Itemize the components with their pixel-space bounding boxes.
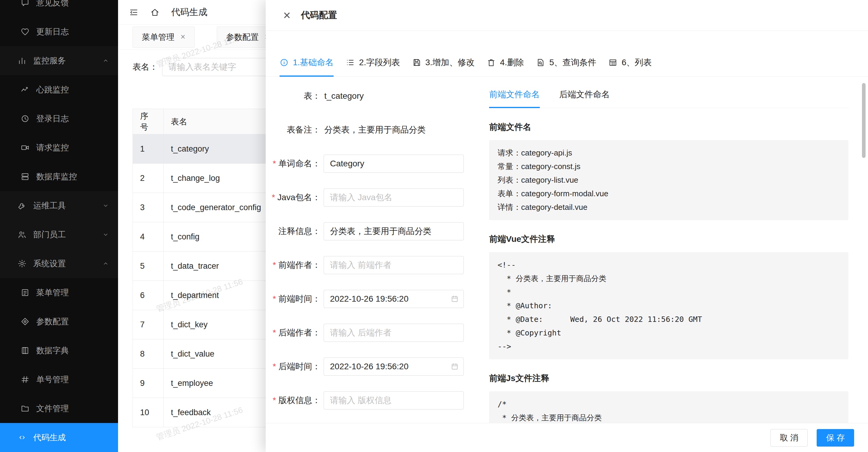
naming-form: 表： t_category 表备注： 分类表，主要用于商品分类 单词命名： Ja… <box>266 77 477 423</box>
sidebar-item-label: 登录日志 <box>36 113 69 124</box>
tab-label: 菜单管理 <box>142 32 175 42</box>
trash-icon <box>487 58 496 67</box>
file-naming-tabs: 前端文件命名 后端文件命名 <box>489 77 848 108</box>
form-field-word-name: 单词命名： <box>266 155 477 173</box>
remark-value: 分类表，主要用于商品分类 <box>324 124 426 135</box>
sidebar-item-label: 请求监控 <box>36 142 69 153</box>
menu-fold-icon[interactable] <box>129 7 138 17</box>
sidebar-item-request-monitor[interactable]: 请求监控 <box>0 133 118 162</box>
sidebar-item-system-settings[interactable]: 系统设置 <box>0 249 118 278</box>
row-index: 3 <box>133 193 164 222</box>
sidebar-item-file-management[interactable]: 文件管理 <box>0 394 118 423</box>
step-label: 2.字段列表 <box>359 57 400 68</box>
form-field-frontend-time: 前端时间： <box>266 290 477 308</box>
sidebar-item-param-config[interactable]: 参数配置 <box>0 307 118 336</box>
close-icon[interactable]: × <box>283 9 291 22</box>
sidebar-item-label: 心跳监控 <box>36 84 69 95</box>
cancel-button[interactable]: 取 消 <box>771 429 808 447</box>
step-label: 5、查询条件 <box>549 57 596 68</box>
section-title-vue-comment: 前端Vue文件注释 <box>489 233 848 245</box>
sidebar-item-changelog[interactable]: 更新日志 <box>0 17 118 46</box>
backend-time-input[interactable] <box>324 358 464 375</box>
tab-close-icon[interactable]: × <box>181 33 185 41</box>
comment-input[interactable] <box>324 222 464 240</box>
diamond-icon <box>21 317 30 326</box>
tab-label: 参数配置 <box>226 32 259 42</box>
word-name-input[interactable] <box>324 155 464 173</box>
chevron-up-icon <box>102 260 109 267</box>
sidebar-item-label: 运维工具 <box>33 200 66 211</box>
profile-icon <box>21 288 30 297</box>
sidebar-item-order-number[interactable]: 单号管理 <box>0 365 118 394</box>
step-delete[interactable]: 4.删除 <box>487 57 524 77</box>
form-row-remark: 表备注： 分类表，主要用于商品分类 <box>266 121 477 139</box>
sidebar-item-data-dictionary[interactable]: 数据字典 <box>0 336 118 365</box>
form-field-java-package: Java包名： <box>266 188 477 207</box>
word-name-label: 单词命名： <box>266 158 321 170</box>
row-index: 6 <box>133 281 164 310</box>
sidebar-item-feedback[interactable]: 意见反馈 <box>0 0 118 17</box>
folder-icon <box>21 404 30 413</box>
tab-frontend-file-naming[interactable]: 前端文件命名 <box>489 89 540 108</box>
copyright-input[interactable] <box>324 391 464 410</box>
sidebar-item-label: 系统设置 <box>33 258 66 269</box>
team-icon <box>18 230 27 239</box>
remark-label: 表备注： <box>266 124 321 135</box>
table-icon <box>608 58 617 67</box>
file-search-icon <box>536 58 545 67</box>
step-list-view[interactable]: 6、列表 <box>608 57 652 77</box>
sidebar-item-label: 部门员工 <box>33 229 66 240</box>
step-add-modify[interactable]: 3.增加、修改 <box>412 57 475 77</box>
file-line: 请求：category-api.js <box>498 146 840 160</box>
sidebar-item-label: 代码生成 <box>33 432 66 443</box>
frontend-time-input[interactable] <box>324 290 464 308</box>
row-index: 1 <box>133 134 164 164</box>
sidebar-item-code-generation[interactable]: 代码生成 <box>0 423 118 452</box>
section-title-frontend-files: 前端文件名 <box>489 121 848 133</box>
bar-chart-icon <box>18 56 27 65</box>
code-line: /* <box>498 397 840 411</box>
file-naming-panel: 前端文件命名 后端文件命名 前端文件名 请求：category-api.js 常… <box>489 77 848 423</box>
java-package-input[interactable] <box>324 188 464 207</box>
database-icon <box>21 172 30 181</box>
frontend-author-input[interactable] <box>324 256 464 274</box>
code-icon <box>18 433 27 442</box>
step-query-conditions[interactable]: 5、查询条件 <box>536 57 596 77</box>
step-label: 1.基础命名 <box>293 57 334 68</box>
code-line: * @Date: Wed, 26 Oct 2022 11:56:20 GMT <box>498 312 840 326</box>
drawer-body: 表： t_category 表备注： 分类表，主要用于商品分类 单词命名： Ja… <box>266 77 868 423</box>
sidebar-item-monitor-service[interactable]: 监控服务 <box>0 46 118 75</box>
row-index: 10 <box>133 398 164 427</box>
sidebar-item-database-monitor[interactable]: 数据库监控 <box>0 162 118 191</box>
sidebar-item-label: 单号管理 <box>36 374 69 385</box>
sidebar-item-label: 数据库监控 <box>36 171 77 182</box>
step-label: 6、列表 <box>622 57 652 68</box>
sidebar-item-heartbeat-monitor[interactable]: 心跳监控 <box>0 75 118 104</box>
js-comment-preview: /* * 分类表，主要用于商品分类 * * @Author: <box>489 391 848 423</box>
backend-time-label: 后端时间： <box>266 361 321 372</box>
calendar-icon <box>451 295 459 303</box>
home-icon[interactable] <box>150 7 160 17</box>
file-line: 列表：category-list.vue <box>498 173 840 187</box>
sidebar-item-menu-management[interactable]: 菜单管理 <box>0 278 118 307</box>
step-basic-naming[interactable]: 1.基础命名 <box>280 57 334 77</box>
form-row-table: 表： t_category <box>266 87 477 105</box>
code-line: * 分类表，主要用于商品分类 <box>498 272 840 285</box>
sidebar-item-login-log[interactable]: 登录日志 <box>0 104 118 133</box>
drawer-scrollbar[interactable] <box>862 83 866 158</box>
list-icon <box>346 58 355 67</box>
drawer-title: 代码配置 <box>301 9 337 22</box>
comment-label: 注释信息： <box>266 225 321 237</box>
backend-author-input[interactable] <box>324 324 464 342</box>
tab-backend-file-naming[interactable]: 后端文件命名 <box>559 89 610 108</box>
wrench-icon <box>18 201 27 210</box>
step-field-list[interactable]: 2.字段列表 <box>346 57 400 77</box>
sidebar-item-label: 意见反馈 <box>36 0 69 8</box>
dictionary-icon <box>21 346 30 355</box>
tab-menu-management[interactable]: 菜单管理 × <box>132 27 195 48</box>
save-button[interactable]: 保 存 <box>817 429 854 447</box>
frontend-time-label: 前端时间： <box>266 293 321 305</box>
sidebar-item-ops-tools[interactable]: 运维工具 <box>0 191 118 220</box>
sidebar-item-department-staff[interactable]: 部门员工 <box>0 220 118 249</box>
gear-icon <box>18 259 27 268</box>
